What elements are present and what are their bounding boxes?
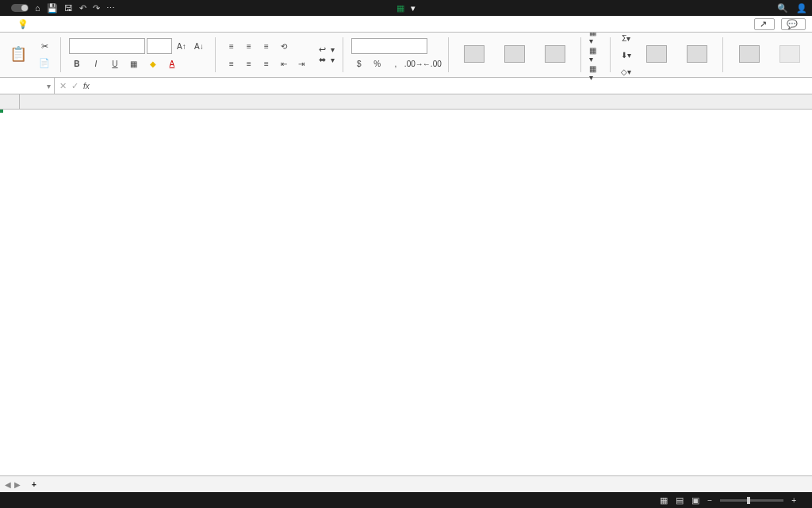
border-button[interactable]: ▦ xyxy=(126,56,142,71)
fx-icon[interactable]: fx xyxy=(83,82,90,90)
fill-color-button[interactable]: ◆ xyxy=(145,56,161,71)
decrease-font-icon[interactable]: A↓ xyxy=(191,38,207,54)
formula-bar-row: ▾ ✕ ✓ fx xyxy=(0,78,812,94)
excel-icon: ▦ xyxy=(396,4,404,13)
bold-button[interactable]: B xyxy=(69,56,85,71)
add-sheet-button[interactable]: + xyxy=(25,479,43,491)
autosave-toggle[interactable] xyxy=(11,4,29,12)
align-center-icon[interactable]: ≡ xyxy=(241,56,257,71)
indent-dec-icon[interactable]: ⇤ xyxy=(276,56,292,71)
align-mid-icon[interactable]: ≡ xyxy=(241,38,257,54)
clear-icon[interactable]: ◇▾ xyxy=(619,64,634,79)
select-all-corner[interactable] xyxy=(0,94,20,109)
align-bot-icon[interactable]: ≡ xyxy=(259,38,274,54)
percent-icon[interactable]: % xyxy=(370,56,385,71)
redo-icon[interactable]: ↷ xyxy=(93,4,100,13)
save-icon[interactable]: 💾 xyxy=(47,4,58,13)
analyze-data-button[interactable] xyxy=(731,45,767,64)
search-icon[interactable]: 🔍 xyxy=(777,4,788,13)
comments-button[interactable]: 💬 xyxy=(781,18,806,30)
increase-font-icon[interactable]: A↑ xyxy=(174,38,190,54)
enter-fx-icon[interactable]: ✓ xyxy=(71,82,79,90)
comment-icon: 💬 xyxy=(787,20,798,29)
tellme-icon: 💡 xyxy=(17,20,29,29)
sheet-nav-next[interactable]: ▶ xyxy=(14,480,21,489)
zoom-out-button[interactable]: − xyxy=(707,496,712,505)
font-name-select[interactable] xyxy=(69,38,145,54)
merge-center-button[interactable]: ⬌ ▾ xyxy=(319,56,335,64)
decimal-dec-icon[interactable]: ←.00 xyxy=(424,56,440,71)
view-layout-icon[interactable]: ▤ xyxy=(676,496,684,505)
comma-icon[interactable]: , xyxy=(388,56,404,71)
ribbon: 📋 ✂ 📄 A↑ A↓ B I U ▦ ◆ A ≡ ≡ ≡ ⟲ ≡ xyxy=(0,33,812,78)
chevron-down-icon[interactable]: ▾ xyxy=(411,4,416,13)
view-break-icon[interactable]: ▣ xyxy=(691,496,699,505)
wrap-icon: ↩ xyxy=(319,45,326,54)
wrap-text-button[interactable]: ↩ ▾ xyxy=(319,45,335,54)
menubar: 💡 ↗ 💬 xyxy=(0,16,812,33)
cancel-fx-icon[interactable]: ✕ xyxy=(59,82,67,90)
autosum-icon[interactable]: Σ▾ xyxy=(619,30,634,46)
decimal-inc-icon[interactable]: .00→ xyxy=(406,56,422,71)
account-icon[interactable]: 👤 xyxy=(796,4,807,13)
conditional-formatting-button[interactable] xyxy=(457,45,492,64)
align-right-icon[interactable]: ≡ xyxy=(259,56,274,71)
sheet-nav-prev[interactable]: ◀ xyxy=(5,480,11,489)
titlebar: ⌂ 💾 🖫 ↶ ↷ ⋯ ▦ ▾ 🔍 👤 xyxy=(0,0,812,16)
name-box[interactable]: ▾ xyxy=(0,78,55,94)
number-format-select[interactable] xyxy=(351,38,427,54)
font-color-button[interactable]: A xyxy=(164,56,180,71)
cell-styles-button[interactable] xyxy=(537,45,573,64)
align-left-icon[interactable]: ≡ xyxy=(224,56,239,71)
italic-button[interactable]: I xyxy=(88,56,104,71)
sensitivity-button[interactable] xyxy=(772,45,807,64)
sort-filter-button[interactable] xyxy=(639,45,675,64)
home-icon[interactable]: ⌂ xyxy=(35,4,40,13)
merge-icon: ⬌ xyxy=(319,56,326,64)
copy-icon[interactable]: 📄 xyxy=(36,56,52,71)
currency-icon[interactable]: $ xyxy=(351,56,367,71)
save-icon-2[interactable]: 🖫 xyxy=(64,4,73,13)
fill-icon[interactable]: ⬇▾ xyxy=(619,47,634,63)
sheet-tab-bar: ◀ ▶ + xyxy=(0,475,812,492)
share-icon: ↗ xyxy=(760,20,767,29)
indent-inc-icon[interactable]: ⇥ xyxy=(293,56,309,71)
zoom-in-button[interactable]: + xyxy=(791,496,796,505)
undo-icon[interactable]: ↶ xyxy=(79,4,86,13)
paste-button[interactable]: 📋 xyxy=(5,40,32,67)
find-select-button[interactable] xyxy=(680,45,715,64)
active-cell-outline xyxy=(0,110,3,113)
underline-button[interactable]: U xyxy=(107,56,123,71)
status-bar: ▦ ▤ ▣ − + xyxy=(0,492,812,508)
format-table-button[interactable] xyxy=(497,45,533,64)
align-top-icon[interactable]: ≡ xyxy=(224,38,239,54)
cut-icon[interactable]: ✂ xyxy=(36,39,52,55)
spreadsheet-grid[interactable] xyxy=(0,94,812,475)
format-cells-button[interactable]: ▦ ▾ xyxy=(589,64,602,82)
view-normal-icon[interactable]: ▦ xyxy=(660,496,668,505)
font-size-select[interactable] xyxy=(147,38,172,54)
orientation-icon[interactable]: ⟲ xyxy=(276,38,292,54)
share-button[interactable]: ↗ xyxy=(754,18,775,30)
delete-cells-button[interactable]: ▦ ▾ xyxy=(589,46,602,64)
zoom-slider[interactable] xyxy=(720,499,783,502)
more-icon[interactable]: ⋯ xyxy=(106,4,115,13)
